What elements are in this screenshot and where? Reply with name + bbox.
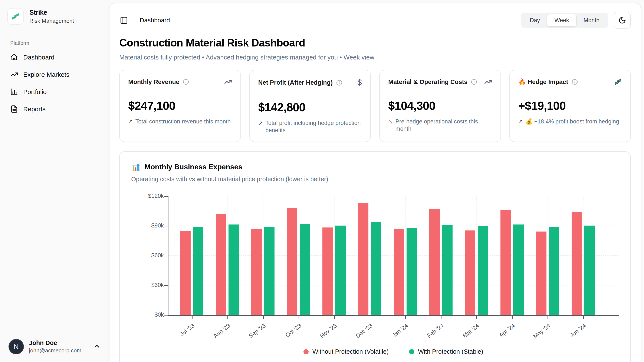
bar-with-protection-stable-dec-23[interactable]	[371, 222, 381, 315]
arrow-down-right-icon: ↘	[388, 118, 393, 125]
x-axis-tick	[476, 316, 477, 319]
y-axis-tick	[164, 256, 168, 256]
gridline	[476, 196, 477, 315]
brand[interactable]: Strike Risk Management	[7, 8, 102, 25]
user-menu[interactable]: N John Doe john@acmecorp.com	[6, 336, 104, 357]
gridline	[548, 196, 548, 315]
bar-with-protection-stable-mar-24[interactable]	[478, 226, 488, 315]
bar-without-protection-volatile-jan-24[interactable]	[394, 229, 404, 315]
sidebar-toggle-button[interactable]	[119, 16, 129, 25]
expenses-chart-card: 📊 Monthly Business Expenses Operating co…	[119, 151, 631, 362]
x-axis-tick	[548, 316, 548, 319]
strike-logo-glyph	[11, 12, 20, 21]
sidebar-item-explore-markets[interactable]: Explore Markets	[7, 67, 102, 82]
kpi-note: ↘Pre-hedge operational costs this month	[388, 118, 492, 133]
user-email: john@acmecorp.com	[29, 347, 81, 354]
legend-label: With Protection (Stable)	[418, 348, 483, 355]
info-icon[interactable]	[336, 80, 342, 86]
chart-subtitle: Operating costs with vs without material…	[131, 176, 619, 183]
bar-without-protection-volatile-aug-23[interactable]	[216, 214, 226, 315]
trending-up-icon	[224, 78, 232, 86]
gridline	[370, 196, 370, 315]
x-axis-label: Feb '24	[426, 322, 445, 339]
bar-without-protection-volatile-mar-24[interactable]	[465, 231, 475, 315]
y-axis-tick	[164, 226, 168, 226]
chart-legend: Without Protection (Volatile)With Protec…	[168, 348, 619, 355]
bar-without-protection-volatile-dec-23[interactable]	[358, 203, 368, 315]
view-option-month[interactable]: Month	[576, 14, 607, 27]
sidebar-item-label: Dashboard	[23, 54, 54, 61]
info-icon[interactable]	[471, 79, 477, 85]
chart-area: $0k$30k$60k$90k$120kJul '23Aug '23Sep '2…	[131, 196, 619, 355]
x-axis-tick	[263, 316, 264, 319]
bar-with-protection-stable-jul-23[interactable]	[193, 227, 204, 315]
dark-mode-toggle-button[interactable]	[614, 12, 631, 29]
view-segmented-control: DayWeekMonth	[521, 13, 608, 28]
bar-with-protection-stable-jan-24[interactable]	[406, 228, 417, 315]
gridline	[583, 196, 584, 315]
kpi-note: ↗Total profit including hedge protection…	[258, 120, 362, 134]
bar-group-jun-24: Jun '24	[566, 196, 601, 315]
view-option-week[interactable]: Week	[547, 14, 576, 27]
view-option-day[interactable]: Day	[522, 14, 547, 27]
bar-group-jan-24: Jan '24	[388, 196, 423, 315]
bar-group-nov-23: Nov '23	[316, 196, 352, 315]
bar-group-mar-24: Mar '24	[459, 196, 494, 315]
bar-without-protection-volatile-nov-23[interactable]	[322, 228, 333, 315]
gridline	[441, 196, 441, 315]
bar-with-protection-stable-apr-24[interactable]	[513, 225, 524, 315]
bar-without-protection-volatile-jul-23[interactable]	[180, 231, 190, 315]
bar-chart-emoji-icon: 📊	[131, 162, 140, 171]
kpi-value: $104,300	[388, 99, 492, 113]
legend-dot	[304, 349, 308, 354]
bar-without-protection-volatile-jun-24[interactable]	[572, 212, 582, 315]
gridline	[512, 196, 512, 315]
breadcrumb: Dashboard	[140, 17, 170, 24]
bar-with-protection-stable-sep-23[interactable]	[264, 227, 274, 315]
avatar: N	[8, 339, 24, 354]
trending-up-icon	[484, 78, 492, 86]
kpi-label: Net Profit (After Hedging)	[258, 79, 333, 86]
sidebar: Strike Risk Management Platform Dashboar…	[0, 0, 109, 362]
bar-group-sep-23: Sep '23	[245, 196, 281, 315]
bar-with-protection-stable-nov-23[interactable]	[335, 226, 346, 315]
bar-with-protection-stable-oct-23[interactable]	[300, 224, 310, 315]
bar-without-protection-volatile-oct-23[interactable]	[287, 208, 297, 315]
info-icon[interactable]	[572, 79, 578, 85]
bar-with-protection-stable-may-24[interactable]	[549, 227, 559, 315]
bar-without-protection-volatile-may-24[interactable]	[536, 232, 546, 315]
strike-logo-icon	[614, 78, 622, 86]
x-axis-tick	[583, 316, 584, 319]
file-text-icon	[10, 105, 18, 113]
bar-without-protection-volatile-feb-24[interactable]	[429, 209, 440, 315]
x-axis-label: May '24	[532, 322, 552, 340]
bar-with-protection-stable-aug-23[interactable]	[228, 225, 239, 315]
moon-icon	[618, 17, 626, 24]
kpi-label: 🔥 Hedge Impact	[518, 78, 568, 85]
bar-with-protection-stable-feb-24[interactable]	[442, 225, 452, 315]
y-axis-tick	[164, 315, 168, 315]
chart-title: Monthly Business Expenses	[144, 163, 242, 171]
y-axis-label: $60k	[132, 252, 164, 259]
sidebar-item-dashboard[interactable]: Dashboard	[7, 50, 102, 65]
arrow-up-right-icon: ↗	[128, 118, 133, 125]
x-axis-tick	[512, 316, 512, 319]
x-axis-label: Apr '24	[498, 322, 516, 339]
x-axis-label: Jun '24	[568, 322, 587, 339]
bar-group-oct-23: Oct '23	[281, 196, 316, 315]
info-icon[interactable]	[183, 79, 189, 85]
bar-without-protection-volatile-apr-24[interactable]	[500, 210, 511, 315]
sidebar-item-reports[interactable]: Reports	[7, 102, 102, 116]
kpi-card-material-operating-costs: Material & Operating Costs$104,300↘Pre-h…	[379, 70, 501, 142]
kpi-value: +$19,100	[518, 99, 622, 113]
x-axis-tick	[334, 316, 335, 319]
app-name: Strike	[30, 9, 74, 17]
bar-with-protection-stable-jun-24[interactable]	[584, 226, 595, 315]
arrow-up-right-icon: ↗	[518, 118, 523, 125]
sidebar-item-portfolio[interactable]: Portfolio	[7, 84, 102, 99]
y-axis-label: $120k	[132, 193, 164, 199]
bar-without-protection-volatile-sep-23[interactable]	[251, 229, 262, 315]
panel-left-icon	[120, 16, 128, 24]
y-axis-label: $0k	[132, 311, 164, 318]
kpi-value: $247,100	[128, 99, 232, 113]
